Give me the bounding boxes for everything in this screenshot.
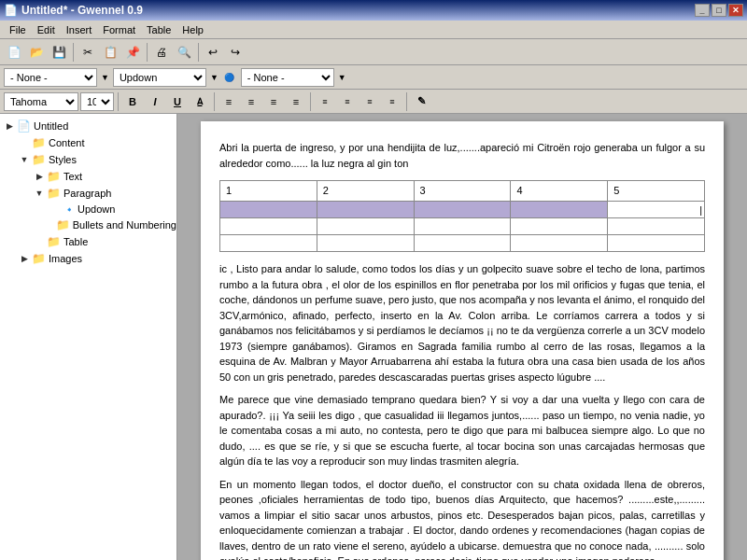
separator5 <box>214 92 215 111</box>
table-cell-1-2 <box>317 202 414 218</box>
paste-button[interactable]: 📌 <box>122 42 143 63</box>
sidebar-panel: ▶ 📄 Untitled 📁 Content ▼ 📁 Styles ▶ <box>0 114 177 560</box>
icon-images: 📁 <box>32 252 46 265</box>
table-cell-2-3 <box>414 218 511 235</box>
icon-table: 📁 <box>47 235 61 248</box>
titlebar-title: Untitled* - Gwennel 0.9 <box>21 4 143 17</box>
cut-button[interactable]: ✂ <box>78 42 98 63</box>
italic-button[interactable]: I <box>145 92 165 111</box>
content-area[interactable]: Abri la puerta de ingreso, y por una hen… <box>177 114 747 560</box>
list-number-button[interactable]: ≡ <box>337 92 358 111</box>
label-content: Content <box>49 137 85 148</box>
sidebar-item-text[interactable]: ▶ 📁 Text <box>0 168 176 185</box>
style-select[interactable]: - None - <box>4 68 97 87</box>
table-cell-1-5[interactable] <box>608 202 705 218</box>
underline-button[interactable]: U <box>167 92 188 111</box>
sidebar-item-content[interactable]: 📁 Content <box>0 134 176 151</box>
expand-styles[interactable]: ▼ <box>17 155 32 164</box>
expand-untitled[interactable]: ▶ <box>2 121 17 131</box>
expand-images[interactable]: ▶ <box>17 254 32 263</box>
menu-file[interactable]: File <box>4 22 32 37</box>
label-bullets: Bullets and Numbering <box>73 219 176 231</box>
sidebar-item-updown[interactable]: 🔹 Updown <box>0 202 176 217</box>
none2-select[interactable]: - None - <box>241 68 334 87</box>
print-button[interactable]: 🖨 <box>151 42 172 63</box>
expand-text[interactable]: ▶ <box>32 172 47 181</box>
table-cell-3-3 <box>414 235 511 252</box>
label-styles: Styles <box>49 154 77 165</box>
table-cell-3-5 <box>608 235 705 252</box>
separator2 <box>147 43 148 62</box>
table-row-3 <box>220 235 705 252</box>
minimize-button[interactable]: _ <box>695 4 710 17</box>
align-center-button[interactable]: ≡ <box>241 92 261 111</box>
app-icon: 📄 <box>4 4 18 17</box>
separator6 <box>310 92 311 111</box>
separator1 <box>73 43 74 62</box>
size-select[interactable]: 10 <box>80 92 114 111</box>
table-cell-2-2 <box>317 218 414 235</box>
close-button[interactable]: ✕ <box>728 4 743 17</box>
icon-untitled: 📄 <box>17 119 31 133</box>
table-cell-2-4 <box>511 218 608 235</box>
table-cell-1-1 <box>220 202 317 218</box>
align-left-button[interactable]: ≡ <box>218 92 239 111</box>
table-cell-3-4 <box>511 235 608 252</box>
document-page: Abri la puerta de ingreso, y por una hen… <box>201 121 724 560</box>
label-paragraph: Paragraph <box>63 188 111 199</box>
menu-edit[interactable]: Edit <box>32 22 61 37</box>
titlebar: 📄 Untitled* - Gwennel 0.9 _ □ ✕ <box>0 0 747 21</box>
redo-button[interactable]: ↪ <box>225 42 246 63</box>
table-cell-1-4 <box>511 202 608 218</box>
dropdown-arrow3: ▼ <box>338 73 346 82</box>
style-tool-button[interactable]: ✎ <box>411 92 431 111</box>
paragraph-1: ic , Listo para andar lo salude, como to… <box>219 261 705 385</box>
color-button[interactable]: A̲ <box>190 92 210 111</box>
toolbar3: Tahoma 10 B I U A̲ ≡ ≡ ≡ ≡ ≡ ≡ ≡ ≡ ✎ <box>0 90 747 114</box>
menubar: File Edit Insert Format Table Help <box>0 21 747 39</box>
sidebar-item-images[interactable]: ▶ 📁 Images <box>0 250 176 267</box>
label-images: Images <box>49 253 82 264</box>
updown-select[interactable]: Updown <box>113 68 206 87</box>
table-cell-3-1 <box>220 235 317 252</box>
maximize-button[interactable]: □ <box>712 4 726 17</box>
menu-help[interactable]: Help <box>176 22 209 37</box>
paragraph-3: En un momento llegan todos, el doctor du… <box>219 477 705 560</box>
open-button[interactable]: 📂 <box>26 42 47 63</box>
table-cell-1-3 <box>414 202 511 218</box>
sidebar-item-untitled[interactable]: ▶ 📄 Untitled <box>0 118 176 134</box>
menu-insert[interactable]: Insert <box>61 22 98 37</box>
icon-styles: 📁 <box>32 153 46 166</box>
dropdown-arrow2: ▼ <box>210 73 218 82</box>
bold-button[interactable]: B <box>122 92 143 111</box>
table-cell-2-5 <box>608 218 705 235</box>
copy-button[interactable]: 📋 <box>100 42 120 63</box>
sidebar-item-table[interactable]: 📁 Table <box>0 233 176 250</box>
table-row-2 <box>220 218 705 235</box>
sidebar-item-paragraph[interactable]: ▼ 📁 Paragraph <box>0 185 176 202</box>
expand-paragraph[interactable]: ▼ <box>32 189 47 198</box>
table-header-row: 1 2 3 4 5 <box>220 181 705 202</box>
preview-button[interactable]: 🔍 <box>174 42 194 63</box>
sidebar-item-styles[interactable]: ▼ 📁 Styles <box>0 151 176 168</box>
list-bullet-button[interactable]: ≡ <box>315 92 335 111</box>
font-select[interactable]: Tahoma <box>4 92 78 111</box>
toolbar2: - None - ▼ Updown ▼ 🔵 - None - ▼ <box>0 65 747 90</box>
align-right-button[interactable]: ≡ <box>263 92 284 111</box>
menu-table[interactable]: Table <box>141 22 176 37</box>
table-row-purple <box>220 202 705 218</box>
undo-button[interactable]: ↩ <box>203 42 223 63</box>
label-untitled: Untitled <box>34 120 68 132</box>
table-cell-2-1 <box>220 218 317 235</box>
titlebar-left: 📄 Untitled* - Gwennel 0.9 <box>4 4 143 17</box>
indent-more-button[interactable]: ≡ <box>382 92 402 111</box>
indent-less-button[interactable]: ≡ <box>359 92 380 111</box>
style-button[interactable]: 🔵 <box>222 67 237 88</box>
new-button[interactable]: 📄 <box>4 42 24 63</box>
align-justify-button[interactable]: ≡ <box>286 92 306 111</box>
label-table: Table <box>63 236 88 247</box>
sidebar-item-bullets[interactable]: 📁 Bullets and Numbering <box>0 217 176 233</box>
save-button[interactable]: 💾 <box>49 42 69 63</box>
menu-format[interactable]: Format <box>97 22 141 37</box>
label-text: Text <box>63 171 82 182</box>
